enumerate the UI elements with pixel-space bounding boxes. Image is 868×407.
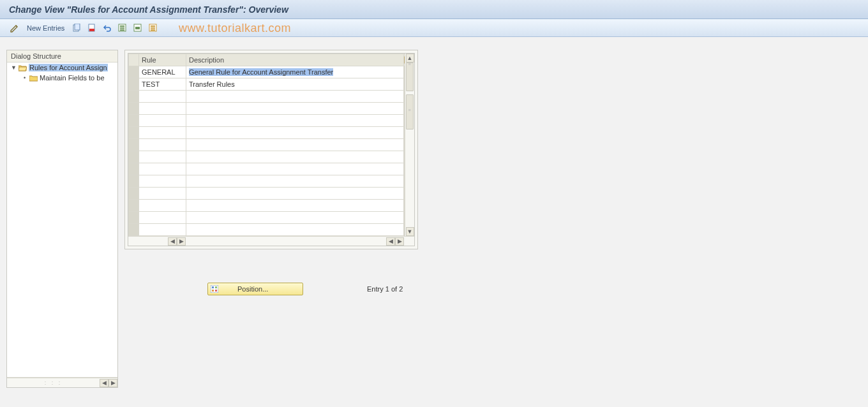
scroll-left-icon[interactable]: ◀ [168, 237, 177, 246]
tree-collapse-icon[interactable]: ▼ [11, 65, 17, 71]
scroll-left-icon[interactable]: ◀ [386, 237, 395, 246]
cell-rule[interactable] [139, 139, 186, 151]
col-header-description[interactable]: Description [186, 54, 404, 66]
col-header-rule[interactable]: Rule [139, 54, 186, 66]
scroll-right-icon[interactable]: ▶ [177, 237, 186, 246]
row-selector[interactable] [129, 163, 139, 175]
cell-description[interactable]: Transfer Rules [186, 78, 404, 91]
dialog-structure-tree: ▼ Rules for Account Assign • Maintain Fi… [7, 63, 117, 378]
scroll-down-icon[interactable]: ▼ [406, 227, 414, 236]
undo-change-icon[interactable] [101, 22, 113, 34]
cell-description[interactable] [186, 151, 404, 163]
row-selector[interactable] [129, 115, 139, 127]
table-vertical-scrollbar[interactable]: ▲ ≡ ≡ ▼ [405, 54, 414, 236]
cell-description[interactable]: General Rule for Account Assignment Tran… [186, 66, 404, 78]
table-row[interactable] [129, 224, 414, 236]
svg-rect-12 [151, 27, 155, 29]
row-selector[interactable] [129, 91, 139, 103]
cell-description[interactable] [186, 127, 404, 139]
table-row[interactable] [129, 103, 414, 115]
table-row[interactable] [129, 188, 414, 200]
position-button-label: Position... [237, 285, 268, 293]
svg-rect-19 [212, 290, 214, 292]
table-row[interactable] [129, 212, 414, 224]
scroll-track[interactable]: ≡ ≡ [405, 63, 414, 227]
cell-rule[interactable] [139, 115, 186, 127]
scroll-left-icon[interactable]: ◀ [100, 379, 108, 387]
tree-node-maintain-fields[interactable]: • Maintain Fields to be [7, 73, 117, 83]
cell-rule[interactable] [139, 151, 186, 163]
row-selector[interactable] [129, 200, 139, 212]
scroll-thumb-secondary[interactable]: ≡ [406, 94, 414, 130]
cell-description[interactable] [186, 175, 404, 188]
row-selector[interactable] [129, 151, 139, 163]
cell-description[interactable] [186, 212, 404, 224]
table-row[interactable] [129, 127, 414, 139]
table-row[interactable] [129, 151, 414, 163]
cell-description[interactable] [186, 200, 404, 212]
cell-description[interactable] [186, 188, 404, 200]
cell-rule[interactable] [139, 103, 186, 115]
row-selector[interactable] [129, 127, 139, 139]
content-area: Rule Description GENERAL General Rule fo… [124, 50, 862, 401]
watermark-text: www.tutorialkart.com [179, 22, 291, 35]
svg-rect-16 [211, 285, 218, 293]
cell-rule[interactable] [139, 127, 186, 139]
table-row[interactable]: TEST Transfer Rules [129, 78, 414, 91]
scroll-right-icon[interactable]: ▶ [395, 237, 404, 246]
rules-table: Rule Description GENERAL General Rule fo… [128, 54, 414, 236]
cell-rule[interactable] [139, 224, 186, 236]
svg-rect-1 [75, 24, 80, 30]
dialog-structure-header: Dialog Structure [7, 50, 117, 63]
row-selector[interactable] [129, 66, 139, 78]
cell-description[interactable] [186, 91, 404, 103]
row-selector[interactable] [129, 212, 139, 224]
row-selector[interactable] [129, 139, 139, 151]
scroll-thumb[interactable]: ≡ [406, 63, 414, 91]
svg-rect-17 [212, 286, 214, 288]
select-all-icon[interactable] [117, 22, 128, 34]
table-row[interactable] [129, 200, 414, 212]
cell-rule[interactable] [139, 163, 186, 175]
entry-count-text: Entry 1 of 2 [367, 285, 403, 293]
tree-node-rules[interactable]: ▼ Rules for Account Assign [7, 63, 117, 73]
row-selector[interactable] [129, 175, 139, 188]
row-selector[interactable] [129, 224, 139, 236]
table-row[interactable] [129, 175, 414, 188]
svg-rect-13 [151, 29, 155, 31]
table-row[interactable] [129, 163, 414, 175]
cell-rule[interactable] [139, 200, 186, 212]
deselect-all-icon[interactable] [147, 22, 159, 34]
table-row[interactable] [129, 139, 414, 151]
cell-rule[interactable]: TEST [139, 78, 186, 91]
cell-rule[interactable] [139, 212, 186, 224]
toggle-display-change-icon[interactable] [9, 22, 20, 34]
delete-icon[interactable] [86, 22, 98, 34]
cell-description[interactable] [186, 103, 404, 115]
cell-rule[interactable]: GENERAL [139, 66, 186, 78]
cell-description[interactable] [186, 163, 404, 175]
table-horizontal-scrollbar[interactable]: ◀ ▶ ◀ ▶ [128, 236, 414, 246]
cell-description[interactable] [186, 224, 404, 236]
cell-rule[interactable] [139, 175, 186, 188]
tree-drag-handle[interactable]: : : : [7, 380, 100, 386]
new-entries-button[interactable]: New Entries [24, 23, 67, 33]
scroll-up-icon[interactable]: ▲ [406, 54, 414, 63]
row-selector[interactable] [129, 103, 139, 115]
select-block-icon[interactable] [132, 22, 144, 34]
cell-description[interactable] [186, 115, 404, 127]
position-button[interactable]: Position... [207, 283, 303, 295]
table-row[interactable] [129, 115, 414, 127]
row-selector[interactable] [129, 188, 139, 200]
table-corner-select[interactable] [129, 54, 139, 66]
scroll-right-icon[interactable]: ▶ [108, 379, 117, 387]
cell-rule[interactable] [139, 188, 186, 200]
table-row[interactable] [129, 91, 414, 103]
table-row[interactable]: GENERAL General Rule for Account Assignm… [129, 66, 414, 78]
row-selector[interactable] [129, 78, 139, 91]
tree-node-label: Rules for Account Assign [29, 64, 108, 71]
cell-description[interactable] [186, 139, 404, 151]
cell-rule[interactable] [139, 91, 186, 103]
folder-icon [29, 75, 38, 82]
copy-as-icon[interactable] [71, 22, 82, 34]
